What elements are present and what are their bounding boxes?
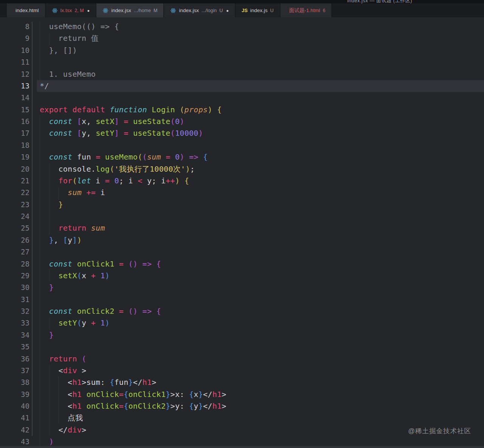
tab-index-jsx[interactable]: index.jsx.../loginU● bbox=[164, 3, 235, 17]
code-line-23[interactable]: 23 } bbox=[0, 199, 484, 211]
code-text: 1. useMemo bbox=[40, 68, 96, 80]
code-line-29[interactable]: 29 setX(x + 1) bbox=[0, 270, 484, 282]
js-icon: JS bbox=[242, 8, 248, 13]
code-line-30[interactable]: 30 } bbox=[0, 282, 484, 293]
code-text: } bbox=[40, 329, 54, 341]
indent-guide bbox=[40, 211, 40, 222]
code-line-21[interactable]: 21 for(let i = 0; i < y; i++) { bbox=[0, 175, 484, 187]
code-line-17[interactable]: 17 const [y, setY] = useState(10000) bbox=[0, 127, 484, 139]
code-line-32[interactable]: 32 const onClick2 = () => { bbox=[0, 305, 484, 317]
line-number[interactable]: 33 bbox=[0, 317, 29, 329]
unsaved-dot-icon: ● bbox=[87, 8, 90, 13]
line-number[interactable]: 32 bbox=[0, 305, 29, 317]
line-number[interactable]: 19 bbox=[0, 151, 29, 163]
code-text: <h1 onClick={onClick1}>x: {x}</h1> bbox=[40, 389, 226, 400]
line-number[interactable]: 25 bbox=[0, 222, 29, 234]
code-line-39[interactable]: 39 <h1 onClick={onClick1}>x: {x}</h1> bbox=[0, 389, 484, 400]
line-number[interactable]: 8 bbox=[0, 21, 29, 33]
tab-suffix: U bbox=[219, 8, 223, 13]
code-line-31[interactable]: 31 bbox=[0, 294, 484, 305]
code-text: setX(x + 1) bbox=[40, 270, 110, 282]
line-number[interactable]: 40 bbox=[0, 400, 29, 412]
code-line-41[interactable]: 41 点我 bbox=[0, 412, 484, 424]
line-number[interactable]: 23 bbox=[0, 199, 29, 211]
code-text: } bbox=[40, 199, 63, 211]
line-number[interactable]: 28 bbox=[0, 258, 29, 270]
code-line-13[interactable]: 13*/ bbox=[0, 80, 484, 92]
code-line-16[interactable]: 16 const [x, setX] = useState(0) bbox=[0, 116, 484, 127]
bottom-edge bbox=[0, 446, 484, 448]
tab-label: lx.tsx bbox=[60, 8, 72, 13]
line-number[interactable]: 34 bbox=[0, 329, 29, 341]
editor-window: index.jsx — 面试题 (工作区) index.html lx.tsx2… bbox=[0, 0, 484, 448]
line-number[interactable]: 26 bbox=[0, 234, 29, 246]
line-number[interactable]: 15 bbox=[0, 104, 29, 116]
code-line-37[interactable]: 37 <div > bbox=[0, 365, 484, 377]
code-line-40[interactable]: 40 <h1 onClick={onClick2}>y: {y}</h1> bbox=[0, 400, 484, 412]
line-number[interactable]: 12 bbox=[0, 68, 29, 80]
code-line-27[interactable]: 27 bbox=[0, 246, 484, 258]
code-line-19[interactable]: 19 const fun = useMemo((sum = 0) => { bbox=[0, 151, 484, 163]
line-number[interactable]: 14 bbox=[0, 92, 29, 104]
tab-suffix: U bbox=[270, 8, 274, 13]
line-number[interactable]: 9 bbox=[0, 33, 29, 44]
code-line-9[interactable]: 9 return 值 bbox=[0, 33, 484, 44]
tab-label: index.jsx bbox=[179, 8, 199, 13]
code-line-38[interactable]: 38 <h1>sum: {fun}</h1> bbox=[0, 377, 484, 388]
line-number[interactable]: 29 bbox=[0, 270, 29, 282]
code-text: <h1>sum: {fun}</h1> bbox=[40, 377, 157, 388]
code-text: */ bbox=[40, 80, 49, 92]
line-number[interactable]: 17 bbox=[0, 127, 29, 139]
code-line-12[interactable]: 12 1. useMemo bbox=[0, 68, 484, 80]
line-number[interactable]: 16 bbox=[0, 116, 29, 127]
tab-index-html[interactable]: index.html bbox=[7, 3, 45, 17]
tab-lx-tsx[interactable]: lx.tsx2, M● bbox=[46, 3, 96, 17]
line-number[interactable]: 11 bbox=[0, 56, 29, 68]
react-icon bbox=[102, 8, 109, 14]
code-line-8[interactable]: 8 useMemo(() => { bbox=[0, 21, 484, 33]
line-number[interactable]: 18 bbox=[0, 140, 29, 151]
line-number[interactable]: 27 bbox=[0, 246, 29, 258]
line-number[interactable]: 30 bbox=[0, 282, 29, 293]
line-number[interactable]: 36 bbox=[0, 353, 29, 365]
tab-bar: index.html lx.tsx2, M● index.jsx.../home… bbox=[0, 3, 484, 17]
code-text: return 值 bbox=[40, 33, 99, 44]
line-number[interactable]: 39 bbox=[0, 389, 29, 400]
tab-index-jsx[interactable]: index.jsx.../homeM bbox=[96, 3, 163, 17]
line-number[interactable]: 42 bbox=[0, 424, 29, 436]
line-number[interactable]: 41 bbox=[0, 412, 29, 424]
line-number[interactable]: 31 bbox=[0, 294, 29, 305]
code-line-25[interactable]: 25 return sum bbox=[0, 222, 484, 234]
line-number[interactable]: 37 bbox=[0, 365, 29, 377]
line-number[interactable]: 10 bbox=[0, 45, 29, 56]
code-line-35[interactable]: 35 bbox=[0, 341, 484, 353]
code-line-34[interactable]: 34 } bbox=[0, 329, 484, 341]
code-line-10[interactable]: 10 }, []) bbox=[0, 45, 484, 56]
indent-guide bbox=[40, 246, 40, 258]
code-line-33[interactable]: 33 setY(y + 1) bbox=[0, 317, 484, 329]
code-line-15[interactable]: 15export default function Login (props) … bbox=[0, 104, 484, 116]
code-line-20[interactable]: 20 console.log('我执行了10000次'); bbox=[0, 163, 484, 175]
code-line-36[interactable]: 36 return ( bbox=[0, 353, 484, 365]
code-line-14[interactable]: 14 bbox=[0, 92, 484, 104]
line-number[interactable]: 13 bbox=[0, 80, 29, 92]
line-number[interactable]: 20 bbox=[0, 163, 29, 175]
code-line-22[interactable]: 22 sum += i bbox=[0, 187, 484, 198]
code-text: <h1 onClick={onClick2}>y: {y}</h1> bbox=[40, 400, 226, 412]
code-text: const [y, setY] = useState(10000) bbox=[40, 127, 203, 139]
line-number[interactable]: 22 bbox=[0, 187, 29, 198]
tab-index-js[interactable]: JSindex.jsU bbox=[236, 3, 280, 17]
tab--1-html[interactable]: 面试题-1.html6 bbox=[281, 3, 332, 17]
code-line-26[interactable]: 26 }, [y]) bbox=[0, 234, 484, 246]
code-line-11[interactable]: 11 bbox=[0, 56, 484, 68]
line-number[interactable]: 24 bbox=[0, 211, 29, 222]
indent-guide bbox=[40, 341, 40, 353]
code-line-18[interactable]: 18 bbox=[0, 140, 484, 151]
code-text: }, []) bbox=[40, 45, 77, 56]
code-line-28[interactable]: 28 const onClick1 = () => { bbox=[0, 258, 484, 270]
line-number[interactable]: 35 bbox=[0, 341, 29, 353]
code-line-24[interactable]: 24 bbox=[0, 211, 484, 222]
line-number[interactable]: 21 bbox=[0, 175, 29, 187]
code-text: setY(y + 1) bbox=[40, 317, 110, 329]
line-number[interactable]: 38 bbox=[0, 377, 29, 388]
